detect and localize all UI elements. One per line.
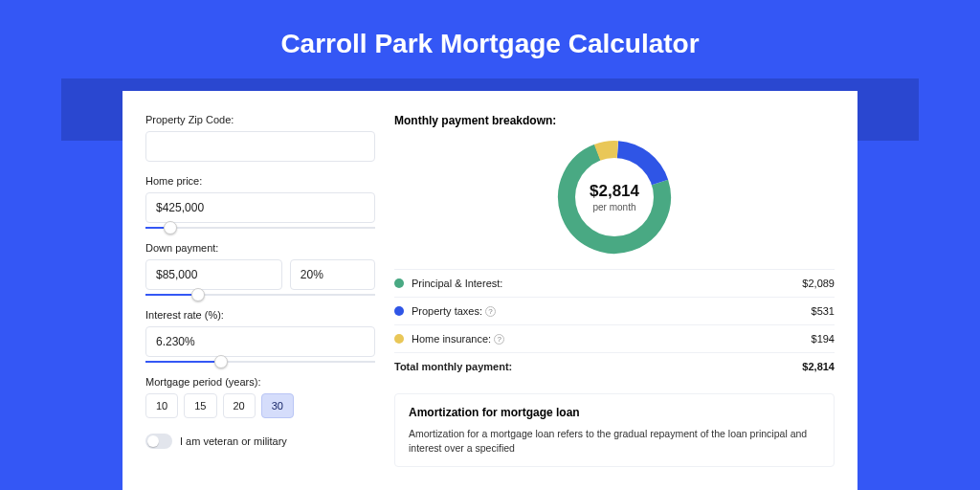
total-value: $2,814	[802, 361, 835, 372]
calculator-card: Property Zip Code: Home price: Down paym…	[122, 91, 858, 490]
interest-field: Interest rate (%):	[145, 309, 375, 363]
donut-center: $2,814 per month	[575, 158, 654, 236]
interest-slider[interactable]	[145, 361, 375, 363]
amortization-text: Amortization for a mortgage loan refers …	[409, 427, 820, 455]
down-payment-pct-input[interactable]	[290, 259, 375, 290]
row-value: $2,089	[802, 278, 835, 289]
row-value: $194	[812, 333, 835, 345]
breakdown-panel: Monthly payment breakdown: $2,814 per mo…	[394, 114, 835, 490]
zip-input[interactable]	[145, 131, 375, 162]
total-label: Total monthly payment:	[394, 361, 512, 372]
period-label: Mortgage period (years):	[145, 376, 375, 388]
donut-chart: $2,814 per month	[394, 139, 835, 256]
period-option-15[interactable]: 15	[184, 393, 216, 418]
slider-thumb[interactable]	[191, 288, 205, 301]
home-price-input[interactable]	[145, 192, 375, 223]
amortization-card: Amortization for mortgage loan Amortizat…	[394, 393, 835, 467]
down-payment-field: Down payment:	[145, 242, 375, 296]
form-panel: Property Zip Code: Home price: Down paym…	[145, 114, 375, 490]
veteran-toggle[interactable]	[145, 434, 172, 449]
row-total: Total monthly payment: $2,814	[394, 352, 835, 380]
info-icon[interactable]: ?	[485, 306, 496, 317]
home-price-slider[interactable]	[145, 227, 375, 229]
donut-value: $2,814	[590, 182, 639, 201]
donut-sub: per month	[592, 202, 635, 212]
zip-label: Property Zip Code:	[145, 114, 375, 125]
period-option-20[interactable]: 20	[223, 393, 256, 418]
row-label: Home insurance:	[412, 333, 491, 345]
period-field: Mortgage period (years): 10 15 20 30	[145, 376, 375, 418]
interest-input[interactable]	[145, 326, 375, 357]
page-header: Carroll Park Mortgage Calculator	[0, 0, 980, 78]
period-option-30[interactable]: 30	[261, 393, 294, 418]
amortization-title: Amortization for mortgage loan	[409, 406, 820, 419]
home-price-field: Home price:	[145, 175, 375, 229]
veteran-row: I am veteran or military	[145, 434, 375, 449]
down-payment-slider[interactable]	[145, 294, 375, 296]
row-label: Principal & Interest:	[412, 278, 502, 289]
period-options: 10 15 20 30	[145, 393, 375, 418]
row-home-insurance: Home insurance: ? $194	[394, 324, 835, 352]
dot-icon	[394, 334, 404, 344]
row-value: $531	[812, 305, 835, 317]
row-principal-interest: Principal & Interest: $2,089	[394, 269, 835, 297]
page-title: Carroll Park Mortgage Calculator	[0, 29, 980, 59]
row-label: Property taxes:	[412, 305, 482, 317]
veteran-label: I am veteran or military	[180, 435, 287, 447]
period-option-10[interactable]: 10	[145, 393, 178, 418]
down-payment-label: Down payment:	[145, 242, 375, 254]
row-property-taxes: Property taxes: ? $531	[394, 297, 835, 324]
interest-label: Interest rate (%):	[145, 309, 375, 321]
zip-field: Property Zip Code:	[145, 114, 375, 162]
slider-thumb[interactable]	[214, 355, 228, 368]
slider-thumb[interactable]	[164, 221, 177, 234]
dot-icon	[394, 306, 404, 316]
down-payment-amount-input[interactable]	[145, 259, 282, 290]
info-icon[interactable]: ?	[494, 334, 504, 345]
breakdown-title: Monthly payment breakdown:	[394, 114, 835, 127]
home-price-label: Home price:	[145, 175, 375, 187]
dot-icon	[394, 278, 404, 288]
